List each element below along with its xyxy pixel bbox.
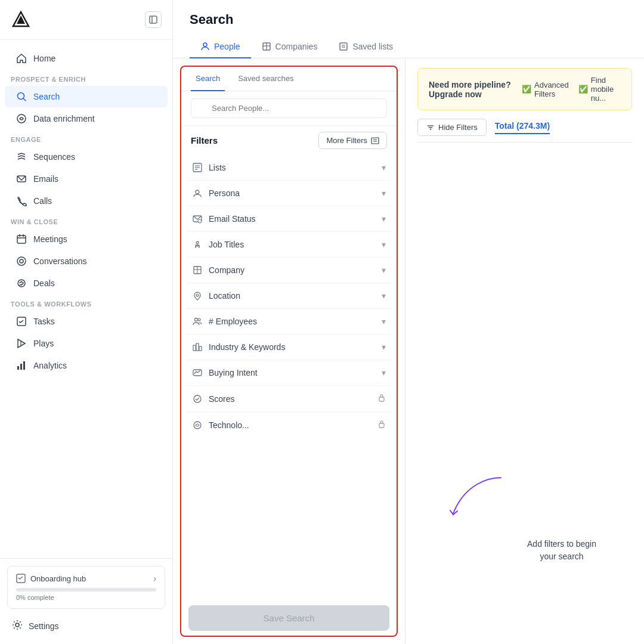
tab-people[interactable]: People <box>190 36 251 58</box>
app-logo[interactable] <box>11 10 31 30</box>
email-status-chevron-icon: ▾ <box>382 214 386 224</box>
filter-item-persona[interactable]: Persona ▾ <box>186 181 392 206</box>
section-label-tools: Tools & workflows <box>0 295 172 310</box>
more-filters-button[interactable]: More Filters <box>318 132 387 149</box>
svg-point-10 <box>17 257 26 265</box>
filter-item-employees[interactable]: # Employees ▾ <box>186 309 392 335</box>
sidebar-item-tasks[interactable]: Tasks <box>5 311 168 332</box>
hide-filters-button[interactable]: Hide Filters <box>417 119 487 136</box>
section-label-win: Win & close <box>0 212 172 228</box>
buying-intent-filter-label: Buying Intent <box>209 368 258 377</box>
lists-filter-icon <box>192 163 203 172</box>
sidebar: Home Prospect & enrich Search Data enric… <box>0 0 173 644</box>
sidebar-item-analytics-label: Analytics <box>33 361 67 370</box>
filter-item-location[interactable]: Location ▾ <box>186 283 392 309</box>
svg-point-2 <box>18 93 24 100</box>
analytics-icon <box>16 360 27 371</box>
employees-chevron-icon: ▾ <box>382 317 386 326</box>
filter-panel-inner: Search Saved searches <box>180 66 398 637</box>
scores-filter-label: Scores <box>209 394 235 404</box>
sidebar-item-search[interactable]: Search <box>5 86 168 107</box>
svg-point-37 <box>196 190 199 194</box>
main-tabs: People Companies Saved lists <box>190 36 627 58</box>
industry-chevron-icon: ▾ <box>382 342 386 352</box>
sidebar-item-calls[interactable]: Calls <box>5 190 168 212</box>
buying-intent-chevron-icon: ▾ <box>382 368 386 377</box>
main-header: Search People Companies <box>173 0 644 58</box>
svg-rect-50 <box>196 343 199 351</box>
filter-item-buying-intent[interactable]: Buying Intent ▾ <box>186 360 392 386</box>
scores-lock-icon <box>377 394 386 404</box>
saved-lists-tab-icon <box>339 42 348 51</box>
right-panel: Need more pipeline? Upgrade now ✅ Advanc… <box>405 58 644 644</box>
filter-item-scores[interactable]: Scores <box>186 386 392 412</box>
filters-label: Filters <box>191 135 218 145</box>
sidebar-item-conversations-label: Conversations <box>33 256 87 266</box>
sidebar-item-meetings-label: Meetings <box>33 234 67 244</box>
tab-saved-lists[interactable]: Saved lists <box>328 36 404 58</box>
sidebar-item-sequences-label: Sequences <box>33 152 75 162</box>
tab-people-label: People <box>214 42 240 51</box>
filter-item-company[interactable]: Company ▾ <box>186 258 392 283</box>
upgrade-banner: Need more pipeline? Upgrade now ✅ Advanc… <box>417 68 632 110</box>
svg-rect-49 <box>193 345 196 351</box>
main-body: Search Saved searches <box>173 58 644 644</box>
sequences-icon <box>16 151 27 163</box>
filter-item-technology[interactable]: Technolo... <box>186 412 392 438</box>
svg-rect-25 <box>340 43 347 50</box>
filter-item-email-status[interactable]: ✓ Email Status ▾ <box>186 206 392 232</box>
industry-filter-label: Industry & Keywords <box>209 342 285 352</box>
sidebar-item-plays[interactable]: Plays <box>5 333 168 354</box>
sidebar-collapse-button[interactable] <box>145 11 162 28</box>
svg-text:✓: ✓ <box>199 220 201 223</box>
tab-companies-label: Companies <box>275 42 318 51</box>
page-title: Search <box>190 12 627 27</box>
sidebar-item-deals[interactable]: Deals <box>5 273 168 294</box>
sidebar-item-home[interactable]: Home <box>5 48 168 69</box>
filter-item-industry[interactable]: Industry & Keywords ▾ <box>186 335 392 360</box>
sidebar-item-sequences[interactable]: Sequences <box>5 146 168 168</box>
empty-state-text: Add filters to begin your search <box>527 538 596 563</box>
svg-marker-14 <box>18 339 25 348</box>
filter-tab-search[interactable]: Search <box>191 67 225 91</box>
search-people-input[interactable] <box>191 98 387 118</box>
technology-filter-label: Technolo... <box>209 420 249 430</box>
save-search-button[interactable]: Save Search <box>188 605 389 631</box>
svg-point-41 <box>196 242 199 244</box>
sidebar-item-data-enrichment[interactable]: Data enrichment <box>5 108 168 129</box>
location-chevron-icon: ▾ <box>382 291 386 301</box>
sidebar-item-conversations[interactable]: Conversations <box>5 250 168 272</box>
deals-icon <box>16 277 27 289</box>
check-circle-icon-1: ✅ <box>522 85 531 94</box>
svg-point-4 <box>17 114 26 123</box>
sidebar-item-settings[interactable]: Settings <box>7 615 165 637</box>
persona-filter-label: Persona <box>209 188 240 198</box>
more-filters-label: More Filters <box>326 136 367 145</box>
people-tab-icon <box>200 42 210 51</box>
filter-item-job-titles[interactable]: Job Titles ▾ <box>186 232 392 258</box>
company-chevron-icon: ▾ <box>382 265 386 275</box>
tasks-icon <box>16 315 27 327</box>
onboarding-chevron-icon[interactable]: › <box>153 574 156 583</box>
filter-item-lists[interactable]: Lists ▾ <box>186 155 392 181</box>
sidebar-item-home-label: Home <box>33 54 55 63</box>
sidebar-item-analytics[interactable]: Analytics <box>5 355 168 376</box>
plays-icon <box>16 338 27 349</box>
sidebar-item-emails[interactable]: Emails <box>5 168 168 190</box>
tab-companies[interactable]: Companies <box>251 36 329 58</box>
empty-state-line1: Add filters to begin <box>527 539 596 549</box>
meetings-icon <box>16 233 27 245</box>
hide-filters-icon <box>426 123 435 132</box>
svg-point-21 <box>203 43 207 47</box>
empty-state-line2: your search <box>540 552 583 561</box>
svg-rect-16 <box>17 366 19 370</box>
filter-tab-saved-searches[interactable]: Saved searches <box>233 67 298 91</box>
svg-line-3 <box>24 99 26 101</box>
persona-filter-icon <box>192 188 203 198</box>
tab-saved-lists-label: Saved lists <box>352 42 393 51</box>
sidebar-item-meetings[interactable]: Meetings <box>5 228 168 250</box>
progress-label: 0% complete <box>16 594 156 601</box>
results-toolbar: Hide Filters Total (274.3M) <box>417 119 632 143</box>
hide-filters-label: Hide Filters <box>438 123 478 132</box>
job-titles-filter-icon <box>192 240 203 249</box>
